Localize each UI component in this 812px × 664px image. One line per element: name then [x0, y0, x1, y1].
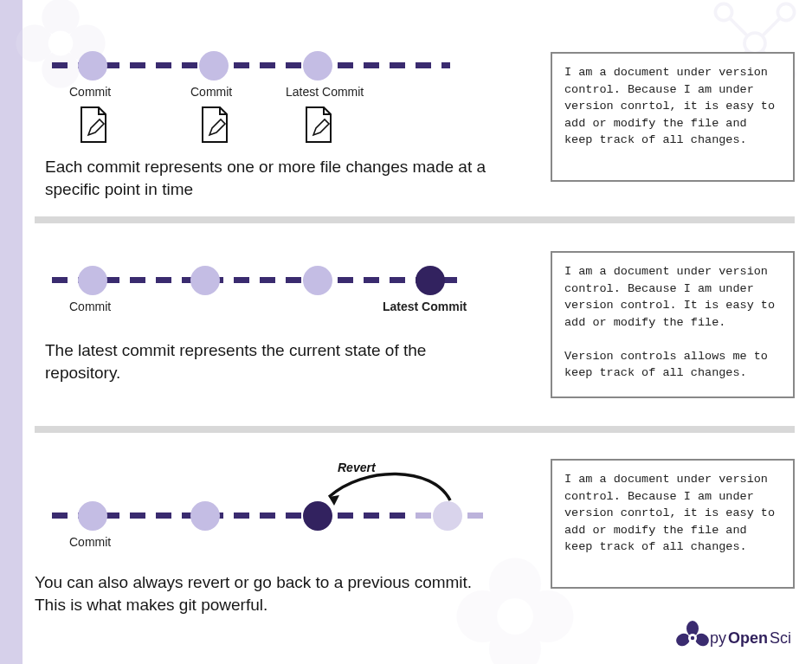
file-edit-icon: [199, 106, 230, 144]
panel-commits-explain: Commit Commit Latest Commit Each commit …: [35, 43, 795, 199]
commit-label: Commit: [69, 85, 111, 99]
svg-point-23: [691, 636, 694, 640]
svg-point-6: [715, 3, 731, 20]
commit-dot: [303, 266, 332, 295]
timeline-3: Commit Revert: [52, 493, 476, 537]
document-preview-2: I am a document under version control. B…: [551, 251, 795, 398]
commit-label: Commit: [69, 300, 111, 313]
document-preview-1: I am a document under version control. B…: [551, 52, 795, 182]
dash-line: [52, 62, 450, 68]
pyopensci-logo: pyOpenSci: [675, 621, 791, 655]
logo-text-sci: Sci: [770, 629, 791, 648]
latest-commit-label: Latest Commit: [383, 300, 467, 313]
panel-revert: Commit Revert You can also always revert…: [35, 450, 795, 623]
dash-line: [52, 513, 476, 519]
dash-line: [52, 277, 459, 283]
timeline-1: Commit Commit Latest Commit: [52, 43, 450, 87]
svg-point-0: [42, 0, 79, 36]
commit-dot: [78, 51, 107, 81]
commit-dot: [78, 266, 107, 295]
latest-commit-dot: [416, 266, 445, 295]
timeline-2: Commit Latest Commit: [52, 258, 459, 301]
commit-dot: [199, 51, 229, 81]
file-edit-icon: [78, 106, 109, 144]
svg-point-7: [777, 3, 794, 20]
commit-dot: [190, 501, 220, 531]
logo-text-open: Open: [728, 629, 768, 648]
logo-text-py: py: [710, 629, 726, 648]
commit-dot: [190, 266, 220, 295]
divider: [35, 426, 795, 433]
file-edit-icon: [303, 106, 334, 144]
panel2-caption: The latest commit represents the current…: [45, 339, 461, 384]
divider: [35, 216, 795, 223]
commit-dot: [78, 501, 107, 531]
logo-flower-icon: [675, 621, 710, 655]
panel1-caption: Each commit represents one or more file …: [45, 156, 495, 200]
commit-label: Commit: [190, 85, 232, 99]
revert-target-dot: [303, 501, 332, 531]
panel-latest-commit: Commit Latest Commit The latest commit r…: [35, 242, 795, 407]
faded-commit-dot: [433, 501, 462, 531]
svg-line-11: [764, 18, 780, 35]
svg-line-10: [730, 18, 746, 35]
svg-point-17: [489, 623, 541, 665]
panel3-caption: You can also always revert or go back to…: [35, 571, 502, 616]
commit-label: Latest Commit: [286, 85, 364, 99]
document-preview-3: I am a document under version control. B…: [551, 459, 795, 589]
left-accent-stripe: [0, 0, 23, 664]
commit-label: Commit: [69, 535, 111, 549]
revert-label: Revert: [338, 461, 376, 474]
commit-dot: [303, 51, 332, 81]
